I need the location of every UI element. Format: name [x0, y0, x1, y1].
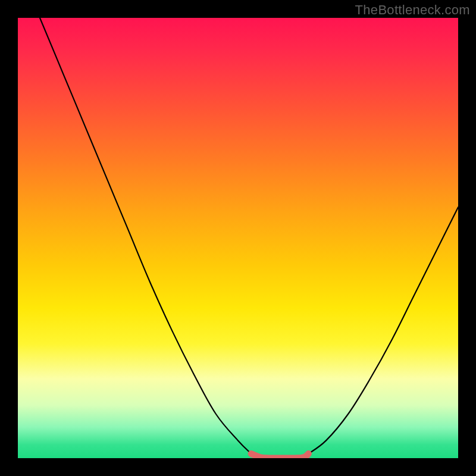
bottleneck-curve-right	[308, 207, 458, 453]
bottleneck-curve-left	[40, 18, 251, 454]
plot-area	[18, 18, 458, 458]
watermark-text: TheBottleneck.com	[355, 2, 470, 18]
optimal-flat-segment	[251, 454, 308, 458]
curve-layer	[18, 18, 458, 458]
chart-frame: TheBottleneck.com	[0, 0, 476, 476]
